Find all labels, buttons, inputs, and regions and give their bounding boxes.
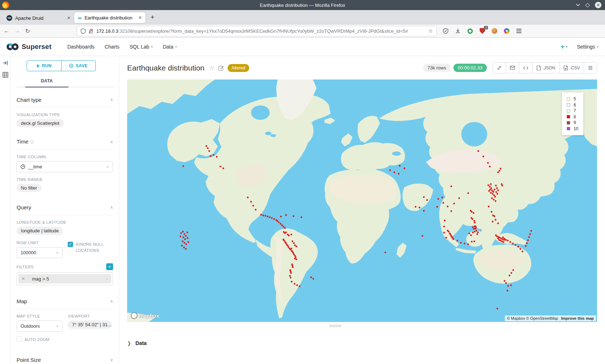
section-map[interactable]: Map∧ (17, 294, 113, 309)
filter-chip[interactable]: ✕ mag > 5 › (18, 274, 111, 283)
window-maximize-icon[interactable] (585, 3, 590, 8)
time-column-value: __time (28, 164, 42, 169)
nav-sql-lab[interactable]: SQL Lab▾ (130, 44, 153, 50)
add-new-button[interactable]: +▾ (561, 43, 568, 51)
time-column-label: TIME COLUMN (17, 155, 113, 159)
tab-apache-druid[interactable]: Apache Druid ✕ (3, 12, 74, 24)
section-chart-type-body: VISUALIZATION TYPE deck.gl Scatterplot (17, 113, 113, 127)
legend-item[interactable]: 8 (567, 114, 578, 120)
forward-icon[interactable]: → (14, 28, 20, 34)
legend-item[interactable]: 7 (567, 108, 578, 114)
legend-item[interactable]: 6 (567, 102, 578, 108)
nav-dashboards[interactable]: Dashboards (67, 44, 95, 50)
cookie-extension-icon[interactable] (491, 27, 498, 35)
superset-logo[interactable]: Superset (6, 43, 51, 51)
tab-close-icon[interactable]: ✕ (138, 15, 142, 20)
window-minimize-icon[interactable] (576, 4, 580, 6)
export-json-button[interactable]: .JSON (533, 63, 560, 73)
application-window: Earthquake distribution — Mozilla Firefo… (0, 0, 605, 364)
improve-map-link[interactable]: Improve this map (561, 316, 594, 320)
back-icon[interactable]: ← (4, 28, 9, 34)
chevron-down-icon: ∨ (110, 358, 113, 362)
downloads-icon[interactable] (454, 27, 461, 35)
viewport-label: VIEWPORT (68, 314, 112, 318)
druid-favicon (6, 15, 12, 21)
section-time[interactable]: Time ⓘ ∧ (17, 135, 113, 150)
run-save-group: RUN SAVE (27, 60, 96, 71)
legend-label: 10 (574, 126, 578, 131)
brand-name: Superset (22, 43, 51, 51)
legend-list: 5678910 (567, 96, 578, 132)
viz-type-value[interactable]: deck.gl Scatterplot (17, 119, 64, 127)
favorite-star-icon[interactable]: ☆ (209, 64, 215, 72)
ignore-null-checkbox-row[interactable]: ✓ IGNORE NULL LOCATIONS (68, 241, 108, 258)
world-map (127, 79, 597, 322)
deckgl-map[interactable]: 5678910 ◦ mapbox © Mapbox © OpenStreetMa… (127, 79, 597, 322)
time-range-value[interactable]: No filter (17, 184, 41, 192)
viewport-value[interactable]: 7° 35' 54.02" | 31... (68, 320, 112, 329)
tab-earthquake-distribution[interactable]: ∞ Earthquake distribution ✕ (74, 12, 145, 23)
export-csv-button[interactable]: .CSV (560, 63, 584, 73)
mapbox-logo[interactable]: ◦ mapbox (131, 312, 160, 319)
email-button[interactable] (506, 63, 519, 73)
dataset-grid-icon[interactable] (3, 72, 8, 78)
map-style-select[interactable]: Outdoors ∨ (17, 320, 63, 332)
time-column-select[interactable]: __time ∨ (17, 161, 113, 172)
reload-icon[interactable]: ↻ (25, 28, 30, 35)
export-button-group: .JSON .CSV (493, 62, 597, 73)
pocket-shield-icon[interactable] (442, 27, 449, 35)
menu-icon[interactable] (515, 27, 523, 35)
legend-item[interactable]: 9 (567, 120, 578, 126)
legend-label: 9 (574, 120, 576, 125)
save-button[interactable]: SAVE (62, 61, 96, 71)
ublock-icon[interactable]: 2 (479, 27, 486, 35)
bookmark-star-icon[interactable]: ☆ (428, 28, 433, 34)
lonlat-value[interactable]: longitude | latitude (17, 227, 63, 235)
languagetool-icon[interactable] (466, 27, 474, 35)
collapse-dataset-panel-icon[interactable] (3, 60, 8, 65)
browser-toolbar: ← → ↻ 172.18.0.3:32108/superset/explore/… (0, 24, 605, 38)
tracking-shield-icon[interactable] (81, 28, 86, 34)
checkbox-unchecked-icon[interactable] (17, 336, 22, 342)
chevron-down-icon: ▾ (175, 45, 177, 49)
section-chart-type[interactable]: Chart type∧ (17, 92, 113, 108)
add-filter-button[interactable]: + (106, 263, 113, 270)
superset-navbar: Superset Dashboards Charts SQL Lab▾ Data… (0, 38, 605, 56)
copy-link-button[interactable] (493, 63, 506, 73)
query-timer-badge: 00:00:02.33 (453, 64, 487, 72)
panel-resize-handle[interactable] (329, 324, 341, 328)
chevron-down-icon: ▾ (566, 45, 568, 49)
panel-tabs: DATA (17, 76, 113, 87)
embed-code-button[interactable] (519, 63, 533, 73)
attribution-text[interactable]: © Mapbox © OpenStreetMap (507, 316, 558, 320)
settings-menu[interactable]: Settings▾ (577, 44, 599, 50)
new-tab-button[interactable]: + (151, 14, 154, 21)
edit-properties-icon[interactable] (218, 65, 224, 71)
browser-tabbar: Apache Druid ✕ ∞ Earthquake distribution… (0, 10, 605, 24)
chevron-down-icon: ▾ (597, 45, 599, 49)
legend-item[interactable]: 10 (567, 126, 578, 132)
tab-data[interactable]: DATA (25, 76, 68, 87)
window-close-icon[interactable]: ✕ (595, 2, 601, 8)
section-point-size[interactable]: Point Size∨ (17, 352, 113, 364)
url-bar[interactable]: 172.18.0.3:32108/superset/explore/?form_… (77, 26, 437, 36)
nav-charts[interactable]: Charts (104, 44, 119, 50)
section-time-body: TIME COLUMN __time ∨ TIME RANGE No filte… (17, 155, 113, 192)
insecure-lock-icon[interactable] (89, 28, 93, 34)
pinwheel-extension-icon[interactable] (503, 27, 510, 35)
row-limit-label: ROW LIMIT (17, 241, 63, 245)
save-icon (69, 64, 73, 68)
tab-close-icon[interactable]: ✕ (67, 15, 71, 21)
checkbox-checked-icon[interactable]: ✓ (68, 242, 73, 247)
auto-zoom-checkbox-row[interactable]: AUTO ZOOM (17, 336, 63, 343)
nav-data[interactable]: Data▾ (163, 44, 177, 50)
data-panel-toggle[interactable]: ❯ Data (127, 340, 147, 346)
section-query[interactable]: Query∧ (17, 200, 113, 215)
run-button[interactable]: RUN (27, 61, 62, 71)
row-limit-select[interactable]: 100000 ∨ (17, 247, 63, 258)
remove-filter-icon[interactable]: ✕ (18, 276, 28, 281)
legend-item[interactable]: 5 (567, 96, 578, 102)
chart-menu-button[interactable] (584, 63, 597, 73)
chart-title: Earthquake distribution (127, 64, 205, 72)
legend-swatch-icon (567, 109, 570, 113)
